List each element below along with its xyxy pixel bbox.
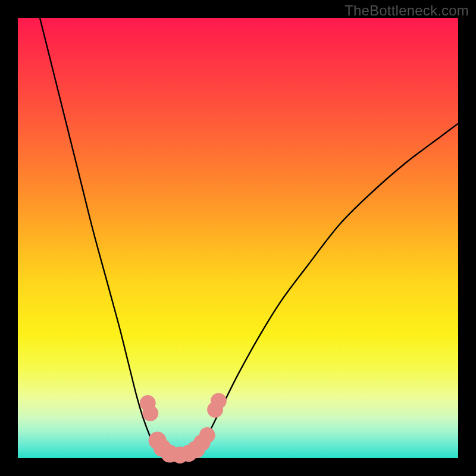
chart-frame: TheBottleneck.com (0, 0, 476, 476)
watermark-text: TheBottleneck.com (345, 2, 469, 19)
plot-background (18, 18, 458, 458)
